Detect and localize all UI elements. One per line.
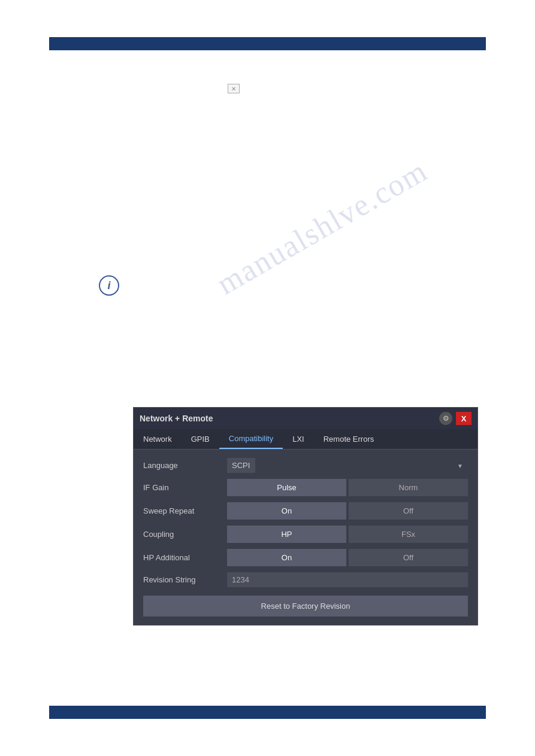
if-gain-control: Pulse Norm [227,479,468,496]
revision-string-label: Revision String [143,575,227,584]
titlebar-controls: ⚙ X [439,412,471,425]
dialog-tabs: Network GPIB Compatibility LXI Remote Er… [134,429,477,450]
language-label: Language [143,461,227,470]
watermark: manualshlve.com [211,153,434,302]
tab-remote-errors[interactable]: Remote Errors [314,429,384,449]
sweep-repeat-row: Sweep Repeat On Off [143,502,468,520]
hp-additional-on-button[interactable]: On [227,549,346,566]
bottom-decorative-bar [49,706,486,719]
if-gain-norm-button[interactable]: Norm [349,479,468,496]
if-gain-row: IF Gain Pulse Norm [143,479,468,496]
coupling-hp-button[interactable]: HP [227,526,346,543]
hp-additional-off-button[interactable]: Off [349,549,468,566]
language-control: SCPI ▼ [227,458,468,473]
coupling-control: HP FSx [227,526,468,543]
dialog-close-button[interactable]: X [456,412,471,425]
coupling-row: Coupling HP FSx [143,526,468,543]
hp-additional-control: On Off [227,549,468,566]
top-decorative-bar [49,37,486,50]
tab-network[interactable]: Network [134,429,182,449]
dialog-title: Network + Remote [140,414,213,423]
hp-additional-label: HP Additional [143,553,227,562]
info-icon: i [99,275,119,296]
select-arrow-icon: ▼ [457,462,463,469]
sweep-repeat-on-button[interactable]: On [227,502,346,520]
hp-additional-row: HP Additional On Off [143,549,468,566]
broken-image-placeholder: ✕ [228,84,240,93]
dialog-content: Language SCPI ▼ IF Gain Pulse Norm Sweep… [134,450,477,625]
language-select-wrapper: SCPI ▼ [227,458,468,473]
revision-string-row: Revision String [143,572,468,587]
dialog-titlebar: Network + Remote ⚙ X [134,408,477,429]
network-remote-dialog: Network + Remote ⚙ X Network GPIB Compat… [133,407,478,626]
language-row: Language SCPI ▼ [143,458,468,473]
tab-gpib[interactable]: GPIB [182,429,219,449]
revision-string-input[interactable] [227,572,468,587]
tab-compatibility[interactable]: Compatibility [219,429,283,449]
tab-lxi[interactable]: LXI [283,429,314,449]
sweep-repeat-off-button[interactable]: Off [349,502,468,520]
if-gain-pulse-button[interactable]: Pulse [227,479,346,496]
coupling-fsx-button[interactable]: FSx [349,526,468,543]
settings-icon: ⚙ [443,414,449,423]
dialog-settings-button[interactable]: ⚙ [439,412,452,425]
reset-factory-revision-button[interactable]: Reset to Factory Revision [143,596,468,617]
coupling-label: Coupling [143,530,227,539]
language-select[interactable]: SCPI [227,458,255,473]
sweep-repeat-label: Sweep Repeat [143,506,227,515]
revision-string-control [227,572,468,587]
if-gain-label: IF Gain [143,483,227,492]
sweep-repeat-control: On Off [227,502,468,520]
